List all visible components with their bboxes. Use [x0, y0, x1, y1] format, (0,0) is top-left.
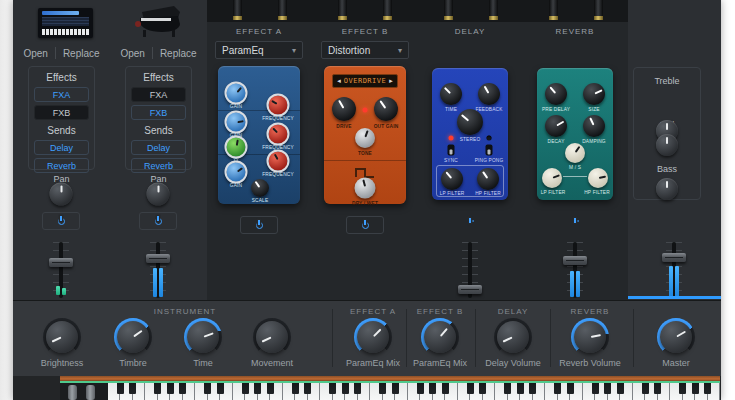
fxa-button[interactable]: FXA [131, 87, 186, 102]
macro-knob-brightness[interactable] [43, 318, 81, 356]
effect-b-type-dropdown[interactable]: Distortion ▾ [321, 41, 409, 59]
macro-knob-parameq-mix[interactable] [421, 318, 459, 356]
drive-knob[interactable] [332, 97, 356, 121]
black-key[interactable] [154, 383, 161, 394]
pitch-wheel[interactable] [68, 385, 77, 400]
black-key[interactable] [167, 383, 174, 394]
effect-a-type-dropdown[interactable]: ParamEq ▾ [215, 41, 303, 59]
effect-b-power-button[interactable] [346, 216, 384, 234]
macro-knob-time[interactable] [184, 318, 222, 356]
instrument-thumbnail-piano[interactable] [128, 2, 188, 38]
macro-knob-parameq-mix[interactable] [354, 318, 392, 356]
delay-feedback-knob[interactable] [478, 83, 500, 105]
delay-fader[interactable] [455, 242, 485, 298]
fader-cap[interactable] [563, 256, 587, 265]
macro-knob-timbre[interactable] [114, 318, 152, 356]
dry-wet-knob[interactable] [355, 178, 376, 199]
black-key[interactable] [654, 383, 661, 394]
pre-delay-knob[interactable] [545, 83, 567, 105]
black-key[interactable] [467, 383, 474, 394]
reverb-hp-filter-knob[interactable] [588, 168, 608, 188]
sync-toggle[interactable] [448, 145, 455, 156]
fxa-button[interactable]: FXA [34, 87, 89, 102]
black-key[interactable] [329, 383, 336, 394]
reverb-lp-filter-knob[interactable] [542, 168, 562, 188]
channel1-power-button[interactable] [42, 212, 80, 230]
delay-lp-filter-knob[interactable] [441, 168, 463, 190]
channel1-fader[interactable] [46, 242, 76, 298]
macro-knob-movement[interactable] [253, 318, 291, 356]
tone-knob[interactable] [355, 128, 375, 148]
black-key[interactable] [692, 383, 699, 394]
black-key[interactable] [554, 383, 561, 394]
delay-hp-filter-knob[interactable] [477, 168, 499, 190]
black-key[interactable] [517, 383, 524, 394]
ms-knob[interactable] [565, 143, 585, 163]
send-reverb-button[interactable]: Reverb [34, 158, 89, 173]
eq-q-knob[interactable] [225, 136, 248, 159]
macro-knob-delay-volume[interactable] [494, 318, 532, 356]
out-gain-knob[interactable] [374, 97, 398, 121]
distortion-type-display[interactable]: ◄ OVERDRIVE ► [332, 74, 398, 88]
eq-gain1-knob[interactable] [225, 82, 248, 105]
reverb-fader[interactable] [560, 242, 590, 298]
black-key[interactable] [442, 383, 449, 394]
ping-pong-toggle[interactable] [486, 145, 493, 156]
black-key[interactable] [129, 383, 136, 394]
effect-a-power-button[interactable] [240, 216, 278, 234]
instrument-thumbnail-synth[interactable] [38, 8, 93, 38]
black-key[interactable] [242, 383, 249, 394]
delay-time-knob[interactable] [440, 83, 462, 105]
black-key[interactable] [304, 383, 311, 394]
fader-cap[interactable] [458, 285, 482, 294]
eq-gain3-knob[interactable] [225, 161, 248, 184]
eq-frequency2-knob[interactable] [267, 123, 290, 146]
eq-scale-knob[interactable] [251, 179, 269, 197]
next-arrow-icon[interactable]: ► [388, 78, 394, 84]
black-key[interactable] [292, 383, 299, 394]
send-reverb-button[interactable]: Reverb [131, 158, 186, 173]
mod-wheel[interactable] [86, 385, 95, 400]
mid-knob[interactable] [656, 134, 678, 156]
damping-knob[interactable] [583, 115, 605, 137]
eq-frequency1-knob[interactable] [267, 94, 290, 117]
fxb-button[interactable]: FXB [34, 105, 89, 120]
channel2-power-button[interactable] [139, 212, 177, 230]
black-key[interactable] [592, 383, 599, 394]
macro-knob-master[interactable] [657, 318, 695, 356]
pan-knob[interactable] [50, 183, 73, 206]
decay-knob[interactable] [545, 115, 567, 137]
fader-cap[interactable] [49, 258, 73, 267]
black-key[interactable] [504, 383, 511, 394]
pan-knob[interactable] [147, 183, 170, 206]
channel2-fader[interactable] [143, 242, 173, 298]
macro-knob-reverb-volume[interactable] [571, 318, 609, 356]
replace-button[interactable]: Replace [160, 48, 197, 59]
black-key[interactable] [679, 383, 686, 394]
black-key[interactable] [379, 383, 386, 394]
black-key[interactable] [117, 383, 124, 394]
send-delay-button[interactable]: Delay [34, 140, 89, 155]
black-key[interactable] [254, 383, 261, 394]
black-key[interactable] [354, 383, 361, 394]
bass-knob[interactable] [656, 178, 678, 200]
black-key[interactable] [179, 383, 186, 394]
black-key[interactable] [704, 383, 711, 394]
size-knob[interactable] [583, 83, 605, 105]
fader-cap[interactable] [146, 254, 170, 263]
black-key[interactable] [479, 383, 486, 394]
replace-button[interactable]: Replace [63, 48, 100, 59]
black-key[interactable] [267, 383, 274, 394]
delay-stereo-knob[interactable] [457, 109, 483, 135]
black-key[interactable] [567, 383, 574, 394]
black-key[interactable] [392, 383, 399, 394]
send-delay-button[interactable]: Delay [131, 140, 186, 155]
black-key[interactable] [642, 383, 649, 394]
black-key[interactable] [529, 383, 536, 394]
black-key[interactable] [204, 383, 211, 394]
eq-gain2-knob[interactable] [225, 111, 248, 134]
open-button[interactable]: Open [23, 48, 47, 59]
open-button[interactable]: Open [120, 48, 144, 59]
black-key[interactable] [342, 383, 349, 394]
eq-frequency3-knob[interactable] [267, 150, 290, 173]
